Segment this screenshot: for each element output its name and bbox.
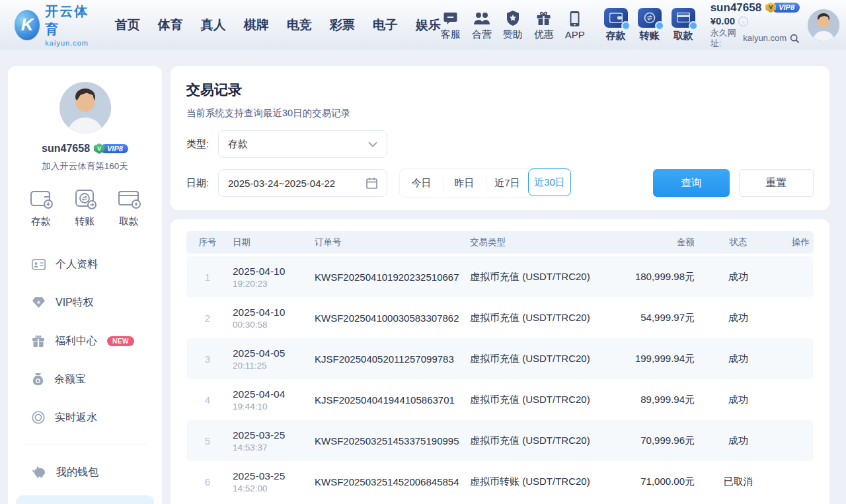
filter-panel: 交易记录 当前系统支持查询最近30日的交易记录 类型: 存款 日期: 今日 昨日… xyxy=(171,66,829,210)
range-yesterday-button[interactable]: 昨日 xyxy=(443,169,486,197)
sidebar-deposit-button[interactable]: 存款 xyxy=(28,187,54,228)
sidebar-menu: 个人资料 VIP特权 福利中心 NEW 余额宝 实时返水 xyxy=(8,245,162,504)
sidebar-withdraw-button[interactable]: 取款 xyxy=(116,187,142,228)
profile-sidebar: sun47658 V VIP8 加入开云体育第160天 存款 转账 取款 xyxy=(8,66,162,504)
sidebar-item-transaction-records[interactable]: 交易记录 xyxy=(16,495,154,504)
joined-days-text: 加入开云体育第160天 xyxy=(8,161,162,172)
partners-icon xyxy=(473,9,490,26)
header-seq: 序号 xyxy=(186,236,229,248)
sidebar-item-welfare[interactable]: 福利中心 NEW xyxy=(8,322,162,360)
table-row: 5 2025-03-25 14:53:37 KWSF20250325145337… xyxy=(186,420,814,461)
range-today-button[interactable]: 今日 xyxy=(400,169,443,197)
withdraw-button[interactable]: 取款 xyxy=(672,8,695,42)
table-row: 3 2025-04-05 20:11:25 KJSF20250405201125… xyxy=(186,338,814,379)
promotions-button[interactable]: 优惠 xyxy=(534,9,554,41)
calendar-icon xyxy=(366,177,377,189)
username: sun47658 xyxy=(711,1,762,15)
withdraw-badge xyxy=(689,21,698,30)
rebate-target-icon xyxy=(32,411,45,424)
sidebar-quick-actions: 存款 转账 取款 xyxy=(8,187,162,228)
date-range-input[interactable] xyxy=(228,178,357,189)
transfer-button[interactable]: 转账 xyxy=(638,8,662,42)
nav-link-entertainment[interactable]: 娱乐 xyxy=(416,17,441,34)
sponsor-badge-icon xyxy=(505,9,521,26)
header-order: 订单号 xyxy=(311,236,466,248)
card-outline-icon xyxy=(116,187,142,211)
search-button[interactable]: 查询 xyxy=(653,169,730,197)
range-7days-button[interactable]: 近7日 xyxy=(486,169,529,197)
brand-logo[interactable]: K 开云体育 kaiyun.com xyxy=(15,3,94,47)
type-select-value: 存款 xyxy=(228,138,248,151)
header-status: 状态 xyxy=(699,236,778,248)
balance-refresh-icon[interactable]: ⌄ xyxy=(738,17,748,26)
piggy-bank-icon xyxy=(32,466,46,479)
nav-link-esports[interactable]: 电竞 xyxy=(287,17,312,34)
page-title: 交易记录 xyxy=(186,81,814,99)
search-icon[interactable] xyxy=(790,34,800,44)
sidebar-item-profile[interactable]: 个人资料 xyxy=(8,245,162,283)
table-row: 4 2025-04-04 19:44:10 KJSF20250404194410… xyxy=(186,379,814,420)
reset-button[interactable]: 重置 xyxy=(739,169,814,197)
header-action: 操作 xyxy=(778,236,814,248)
type-select[interactable]: 存款 xyxy=(218,130,387,158)
range-30days-button[interactable]: 近30日 xyxy=(528,168,571,196)
permanent-url: kaiyun.com xyxy=(743,33,787,44)
deposit-badge xyxy=(621,21,631,30)
nav-link-live[interactable]: 真人 xyxy=(201,17,226,34)
sidebar-item-rebate[interactable]: 实时返水 xyxy=(8,398,162,437)
main-nav: 首页 体育 真人 棋牌 电竞 彩票 电子 娱乐 xyxy=(115,17,441,34)
quick-range-group: 今日 昨日 近7日 近30日 xyxy=(399,168,571,198)
brand-logo-icon: K xyxy=(15,10,40,40)
table-row: 6 2025-03-25 14:52:00 KWSF20250325145200… xyxy=(186,461,814,502)
new-badge: NEW xyxy=(107,336,134,346)
sidebar-vip-badge: V VIP8 xyxy=(94,143,128,154)
table-row: 2 2025-04-10 00:30:58 KWSF20250410003058… xyxy=(186,297,814,338)
menu-divider xyxy=(22,445,147,445)
nav-link-chess[interactable]: 棋牌 xyxy=(244,17,269,34)
nav-link-lottery[interactable]: 彩票 xyxy=(330,17,355,34)
partners-button[interactable]: 合营 xyxy=(472,9,492,41)
profile-avatar[interactable] xyxy=(59,82,111,133)
transfer-outline-icon xyxy=(72,187,98,211)
type-label: 类型: xyxy=(186,138,218,151)
table-header-row: 序号 日期 订单号 交易类型 金额 状态 操作 xyxy=(186,231,814,254)
nav-link-sports[interactable]: 体育 xyxy=(158,17,183,34)
sponsor-button[interactable]: 赞助 xyxy=(503,9,523,41)
nav-link-home[interactable]: 首页 xyxy=(115,17,140,34)
nav-link-slots[interactable]: 电子 xyxy=(373,17,398,34)
balance-amount: ¥0.00 xyxy=(711,15,736,28)
header-type: 交易类型 xyxy=(466,236,618,248)
brand-name: 开云体育 xyxy=(45,3,93,38)
transfer-arrows-icon xyxy=(638,8,662,28)
deposit-wallet-icon xyxy=(604,8,628,28)
sidebar-transfer-button[interactable]: 转账 xyxy=(72,187,98,228)
id-card-icon xyxy=(32,259,46,270)
user-avatar[interactable] xyxy=(808,9,839,41)
gem-icon xyxy=(32,297,46,308)
chevron-down-icon xyxy=(368,141,377,147)
header-date: 日期 xyxy=(229,236,311,248)
transactions-table: 序号 日期 订单号 交易类型 金额 状态 操作 1 2025-04-10 19:… xyxy=(171,219,829,504)
page-subtitle: 当前系统支持查询最近30日的交易记录 xyxy=(186,107,814,120)
chat-icon xyxy=(442,9,459,26)
deposit-button[interactable]: 存款 xyxy=(604,8,628,42)
wallet-outline-icon xyxy=(28,187,54,211)
gift-icon xyxy=(535,9,552,26)
gift-icon xyxy=(32,335,45,347)
vip-badge: V VIP8 xyxy=(765,2,800,13)
customer-service-button[interactable]: 客服 xyxy=(441,9,461,41)
withdraw-card-icon xyxy=(672,8,695,28)
date-label: 日期: xyxy=(186,177,218,190)
money-actions: 存款 转账 取款 xyxy=(604,8,705,42)
brand-domain: kaiyun.com xyxy=(45,39,93,47)
moneybag-icon xyxy=(32,373,44,386)
sidebar-username: sun47658 xyxy=(42,143,90,155)
permanent-url-label: 永久网址: xyxy=(711,28,742,50)
transfer-badge xyxy=(655,21,664,30)
sidebar-item-vip[interactable]: VIP特权 xyxy=(8,283,162,322)
app-download-button[interactable]: APP xyxy=(565,9,585,40)
sidebar-item-wallet[interactable]: 我的钱包 xyxy=(8,453,162,491)
date-range-picker[interactable] xyxy=(218,169,387,197)
header-amount: 金额 xyxy=(618,236,699,248)
sidebar-item-yuebao[interactable]: 余额宝 xyxy=(8,360,162,398)
